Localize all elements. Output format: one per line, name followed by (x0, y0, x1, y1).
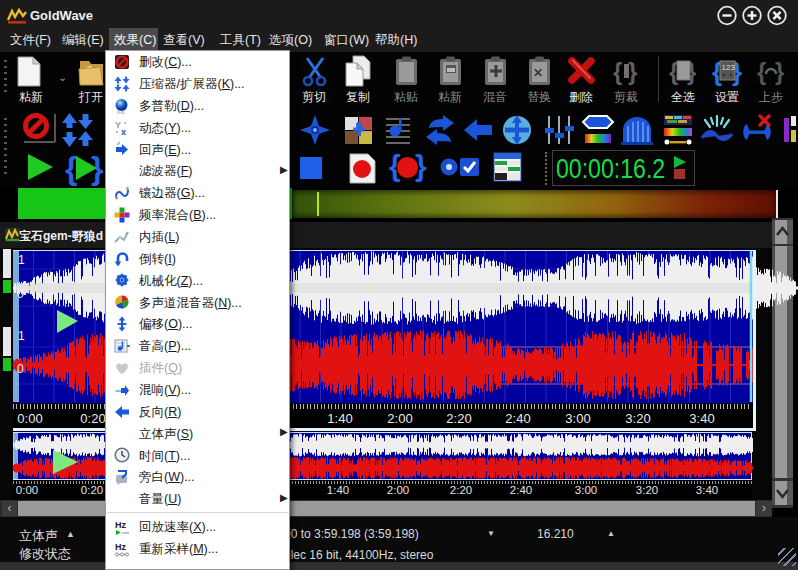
svg-text:0: 0 (17, 287, 24, 301)
svg-text:o-o: o-o (117, 109, 124, 115)
svg-text:x: x (121, 127, 126, 136)
svg-text:0: 0 (17, 362, 24, 376)
svg-text:Hz: Hz (115, 542, 126, 552)
svg-text:Hz: Hz (115, 520, 126, 530)
svg-text:1: 1 (18, 329, 25, 343)
svg-text:1: 1 (18, 253, 25, 267)
